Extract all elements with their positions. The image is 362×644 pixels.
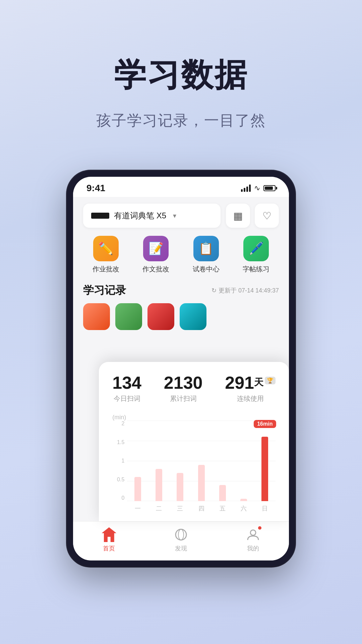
chart-y-axis-label: (min) [112,414,126,421]
notification-button[interactable]: ♡ [255,204,279,228]
exams-label: 试卷中心 [193,265,220,274]
app-row-icon-1[interactable] [83,303,110,330]
bar-wed [177,421,183,501]
stat-total-words: 2130 累计扫词 [164,374,203,403]
essay-icon: 📝 [143,236,169,261]
scan-button[interactable]: ▦ [226,204,250,228]
device-name-label: 有道词典笔 X5 [114,210,166,221]
bar-sat-fill [240,499,247,501]
essay-label: 作文批改 [142,265,169,274]
homework-label: 作业批改 [93,265,119,274]
bar-mon-fill [134,477,141,501]
y-val-05: 0.5 [112,477,124,483]
signal-icon [241,184,251,192]
bar-sun: 16min [261,421,268,501]
bar-thu [198,421,205,501]
study-record-title: 学习记录 [83,283,126,298]
stats-card-container: 134 今日扫词 2130 累计扫词 291 天 🏆 [73,340,289,521]
calligraphy-label: 字帖练习 [243,265,269,274]
device-device-icon [91,213,109,219]
bar-tooltip: 16min [254,420,276,428]
nav-item-discover[interactable]: 发现 [173,527,189,552]
exams-icon: 📋 [193,236,219,261]
calligraphy-icon: 🖊️ [243,236,269,261]
nav-profile-label: 我的 [247,544,259,552]
status-icons: ∿ [241,184,276,193]
streak-value-row: 291 天 🏆 [225,374,276,391]
quick-item-homework[interactable]: ✏️ 作业批改 [83,236,129,274]
bar-sun-fill [261,437,268,501]
streak-unit: 天 [254,376,263,389]
nav-profile-icon [245,527,261,542]
bar-thu-fill [198,465,205,501]
x-label-tue: 二 [156,504,162,513]
chart-x-labels: 一 二 三 四 五 六 日 [127,502,276,515]
study-record-header: 学习记录 ↻ 更新于 07-14 14:49:37 [83,283,279,298]
stat-today-words: 134 今日扫词 [112,374,141,403]
stats-card: 134 今日扫词 2130 累计扫词 291 天 🏆 [99,362,289,521]
bar-fri [219,421,226,501]
bar-mon [134,421,141,501]
nav-item-profile[interactable]: 我的 [245,527,261,552]
device-selector-button[interactable]: 有道词典笔 X5 ▾ [83,204,221,228]
x-label-sat: 六 [241,504,247,513]
stat-streak: 291 天 🏆 连续使用 [225,374,276,403]
nav-item-home[interactable]: 首页 [101,527,117,552]
total-words-value: 2130 [164,374,203,391]
nav-home-icon [101,527,117,542]
discover-svg-icon [174,527,188,542]
x-label-mon: 一 [135,504,141,513]
app-row-icon-2[interactable] [115,303,142,330]
phone-mockup: 9:41 ∿ [60,171,302,567]
phone-screen: 9:41 ∿ [73,177,289,560]
profile-notification-dot [258,526,261,530]
quick-item-exams[interactable]: 📋 试卷中心 [183,236,229,274]
device-selector-row[interactable]: 有道词典笔 X5 ▾ ▦ ♡ [83,204,279,228]
streak-badge: 🏆 [265,377,276,384]
y-val-0: 0 [112,495,124,501]
page-subtitle: 孩子学习记录，一目了然 [96,111,266,130]
home-shape-icon [102,527,116,542]
svg-point-0 [176,529,186,540]
status-bar: 9:41 ∿ [73,177,289,197]
today-words-value: 134 [112,374,141,391]
streak-value: 291 [225,374,254,391]
action-buttons: ▦ ♡ [226,204,279,228]
quick-access-grid: ✏️ 作业批改 📝 作文批改 📋 试卷中心 🖊️ 字帖练习 [83,236,279,274]
phone-frame: 9:41 ∿ [67,171,295,567]
scan-icon: ▦ [233,210,243,222]
wifi-icon: ∿ [254,184,260,193]
quick-item-calligraphy[interactable]: 🖊️ 字帖练习 [234,236,279,274]
bar-fri-fill [219,485,226,501]
battery-icon [263,185,276,191]
bar-tue-fill [156,469,162,501]
bar-wed-fill [177,473,183,501]
today-words-label: 今日扫词 [114,394,140,403]
homework-icon: ✏️ [93,236,119,261]
streak-label: 连续使用 [237,394,264,403]
app-content: 有道词典笔 X5 ▾ ▦ ♡ ✏️ [73,197,289,340]
app-row-icon-3[interactable] [147,303,174,330]
nav-discover-icon [173,527,189,542]
app-row-icon-4[interactable] [180,303,206,330]
bars-row: 16min [127,421,276,501]
bell-icon: ♡ [262,210,272,222]
page-title: 学习数据 [114,54,248,97]
bottom-navigation: 首页 发现 [73,521,289,560]
svg-point-1 [178,529,184,540]
nav-home-label: 首页 [103,544,115,552]
refresh-icon: ↻ [212,287,217,294]
total-words-label: 累计扫词 [170,394,197,403]
x-label-wed: 三 [177,504,183,513]
nav-discover-label: 发现 [175,544,187,552]
bar-tue [156,421,162,501]
bar-sat [240,421,247,501]
status-time: 9:41 [86,183,105,194]
chevron-down-icon: ▾ [173,212,176,220]
quick-item-essay[interactable]: 📝 作文批改 [133,236,179,274]
app-icon-row [83,303,279,333]
x-label-sun: 日 [262,504,268,513]
usage-chart: (min) 2 1.5 1 0.5 0 [112,414,276,515]
x-label-fri: 五 [220,504,226,513]
chart-bars-area: 16min [127,421,276,501]
